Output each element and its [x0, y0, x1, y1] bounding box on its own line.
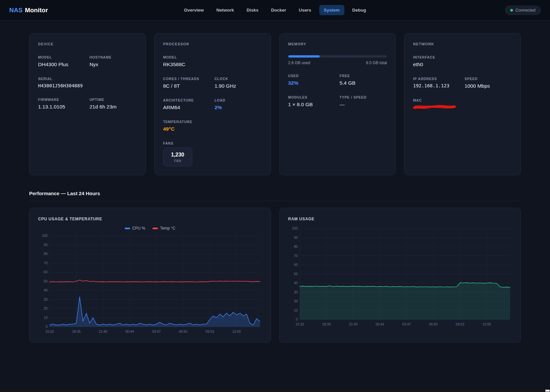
nav-item-disks[interactable]: Disks — [242, 5, 263, 15]
processor-card: PROCESSOR MODEL RK3588C CORES / THREADS … — [154, 33, 271, 175]
main-nav: OverviewNetworkDisksDockerUsersSystemDeb… — [179, 5, 371, 15]
processor-architecture-field: ARCHITECTURE ARM64 — [163, 98, 210, 110]
device-fields: MODEL DH4300 Plus HOSTNAME Nyx SERIAL H4… — [38, 55, 137, 110]
x-tick-label: 21:40 — [99, 330, 107, 333]
x-tick-label: 03:47 — [152, 330, 161, 333]
field-label: TYPE / SPEED — [340, 95, 387, 99]
cpu-chart-title: CPU USAGE & TEMPERATURE — [38, 217, 262, 221]
x-tick-label: 06:50 — [429, 323, 437, 326]
legend-label: CPU % — [132, 226, 145, 231]
y-tick-label: 0 — [46, 325, 48, 328]
field-value: ARM64 — [163, 105, 210, 110]
y-tick-label: 80 — [44, 252, 48, 256]
x-tick-label: 13:00 — [232, 330, 241, 333]
memory-usage-fill — [288, 55, 320, 58]
memory-card-title: MEMORY — [288, 42, 387, 46]
x-tick-label: 09:53 — [456, 323, 464, 326]
device-card-title: DEVICE — [38, 42, 137, 46]
field-label: ARCHITECTURE — [163, 98, 210, 102]
field-label: LOAD — [214, 98, 262, 102]
nav-item-overview[interactable]: Overview — [179, 5, 208, 15]
field-label: IP ADDRESS — [413, 77, 460, 81]
processor-cores-field: CORES / THREADS 8C / 8T — [163, 77, 210, 89]
x-tick-label: 15:32 — [45, 330, 54, 333]
legend-item: Temp °C — [153, 226, 175, 231]
brand-secondary: Monitor — [25, 7, 48, 14]
field-value: eth0 — [413, 62, 512, 67]
field-value: Nyx — [89, 62, 137, 67]
series-area — [299, 283, 510, 320]
memory-used-text: 2.6 GB used — [288, 61, 310, 65]
fan-unit-label: FAN — [163, 159, 192, 163]
y-tick-label: 10 — [44, 316, 48, 320]
field-value: H43001J56H304889 — [38, 83, 137, 88]
x-tick-label: 21:40 — [349, 323, 357, 326]
ram-chart-card: RAM USAGE 010203040506070809010015:3218:… — [279, 208, 521, 343]
network-mac-field: MAC — [413, 98, 512, 110]
network-interface-field: INTERFACE eth0 — [413, 55, 512, 67]
device-model-field: MODEL DH4300 Plus — [38, 55, 85, 67]
memory-fields: USED 32% FREE 5.4 GB MODULES 1 × 8.0 GB … — [288, 74, 387, 108]
processor-fans-field: FANS 1,230 FAN — [163, 141, 262, 166]
processor-temperature-field: TEMPERATURE 49°C — [163, 120, 262, 132]
field-value: 21d 6h 23m — [89, 104, 137, 110]
y-tick-label: 30 — [44, 298, 48, 301]
fan-speed-box: 1,230 FAN — [163, 148, 192, 166]
field-value: 2% — [214, 105, 262, 110]
legend-swatch-icon — [153, 228, 158, 229]
memory-modules-field: MODULES 1 × 8.0 GB — [288, 95, 336, 108]
connected-dot-icon — [510, 9, 513, 12]
horizontal-scrollbar[interactable] — [0, 389, 550, 392]
ram-chart-title: RAM USAGE — [288, 217, 512, 221]
nav-item-debug[interactable]: Debug — [347, 5, 371, 15]
field-label: UPTIME — [89, 98, 137, 102]
field-label: MAC — [413, 98, 512, 102]
y-tick-label: 40 — [44, 288, 48, 292]
field-label: FIRMWARE — [38, 98, 85, 102]
y-tick-label: 30 — [294, 290, 298, 294]
y-tick-label: 100 — [42, 234, 48, 238]
x-tick-label: 13:00 — [482, 323, 491, 326]
memory-total-text: 8.0 GB total — [366, 61, 387, 65]
field-label: SPEED — [465, 77, 512, 81]
cpu-chart-svg: 010203040506070809010015:3218:3521:4000:… — [38, 233, 262, 335]
field-label: FANS — [163, 141, 262, 145]
field-label: CLOCK — [214, 77, 262, 81]
y-tick-label: 20 — [294, 299, 298, 303]
memory-used-field: USED 32% — [288, 74, 336, 86]
field-label: INTERFACE — [413, 55, 512, 59]
field-value: 1000 Mbps — [465, 83, 512, 89]
memory-free-field: FREE 5.4 GB — [340, 74, 387, 86]
processor-model-field: MODEL RK3588C — [163, 55, 262, 67]
field-value: 1.90 GHz — [214, 83, 262, 89]
memory-card: MEMORY 2.6 GB used 8.0 GB total USED 32%… — [279, 33, 396, 175]
y-tick-label: 90 — [294, 236, 298, 240]
field-label: FREE — [340, 74, 387, 78]
field-value: 8C / 8T — [163, 83, 210, 89]
network-ip-field: IP ADDRESS 192.168.1.123 — [413, 77, 460, 89]
field-value: DH4300 Plus — [38, 62, 85, 67]
x-tick-label: 03:47 — [402, 323, 411, 326]
field-label: CORES / THREADS — [163, 77, 210, 81]
ram-chart-svg: 010203040506070809010015:3218:3521:4000:… — [288, 226, 512, 328]
y-tick-label: 100 — [292, 227, 298, 230]
nav-item-network[interactable]: Network — [212, 5, 239, 15]
device-serial-field: SERIAL H43001J56H304889 — [38, 77, 137, 88]
nav-item-docker[interactable]: Docker — [266, 5, 291, 15]
memory-usage-caption: 2.6 GB used 8.0 GB total — [288, 61, 387, 65]
y-tick-label: 60 — [44, 270, 48, 274]
processor-fields: MODEL RK3588C CORES / THREADS 8C / 8T CL… — [163, 55, 262, 166]
field-value: 1 × 8.0 GB — [288, 102, 336, 108]
device-uptime-field: UPTIME 21d 6h 23m — [89, 98, 137, 110]
field-value: 32% — [288, 80, 336, 86]
nav-item-users[interactable]: Users — [294, 5, 316, 15]
y-tick-label: 70 — [44, 261, 48, 265]
x-tick-label: 06:50 — [179, 330, 188, 333]
network-fields: INTERFACE eth0 IP ADDRESS 192.168.1.123 … — [413, 55, 512, 110]
horizontal-scrollbar-thumb[interactable] — [545, 390, 550, 392]
field-label: TEMPERATURE — [163, 120, 262, 124]
nav-item-system[interactable]: System — [319, 5, 344, 15]
network-card-title: NETWORK — [413, 42, 512, 46]
field-label: SERIAL — [38, 77, 137, 81]
x-tick-label: 18:35 — [72, 330, 81, 333]
